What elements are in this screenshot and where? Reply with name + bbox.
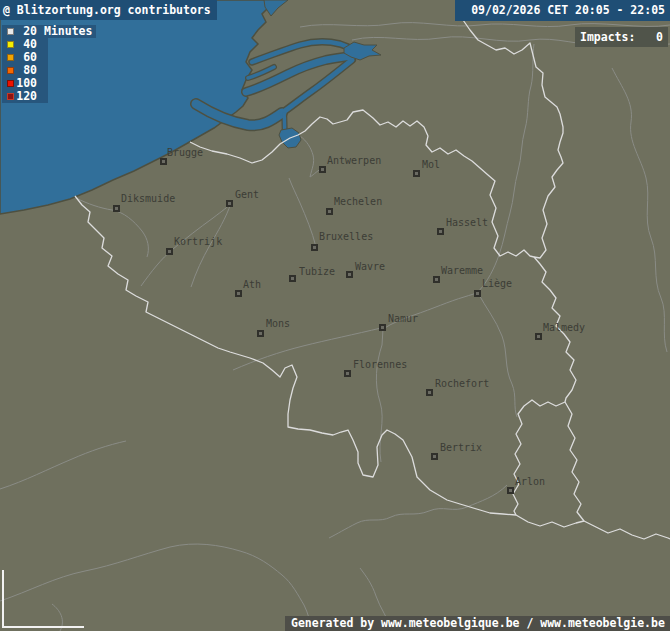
city-label: Tubize (299, 266, 335, 278)
legend-color-swatch-icon (7, 41, 14, 48)
city-label: Wavre (355, 261, 385, 273)
city-marker-icon (326, 208, 333, 215)
datetime-bar: 09/02/2026 CET 20:05 - 22:05 (455, 0, 670, 21)
legend-minutes-value: 120 (14, 90, 37, 103)
city-label: Bruxelles (319, 231, 373, 243)
city-marker-icon (226, 200, 233, 207)
legend-color-swatch-icon (7, 80, 14, 87)
legend: 20 Minutes 40 60 80 100 120 (2, 25, 96, 103)
city-label: Florennes (353, 359, 407, 371)
city-marker-icon (235, 290, 242, 297)
legend-color-swatch-icon (7, 93, 14, 100)
city-marker-icon (413, 170, 420, 177)
city-marker-icon (474, 290, 481, 297)
city-marker-icon (160, 158, 167, 165)
city-label: Hasselt (446, 217, 488, 229)
footer-text: Generated by www.meteobelgique.be / www.… (291, 616, 665, 630)
city-marker-icon (113, 205, 120, 212)
legend-color-swatch-icon (7, 67, 14, 74)
city-label: Mol (422, 159, 440, 171)
city-marker-icon (437, 228, 444, 235)
city-marker-icon (507, 487, 514, 494)
city-label: Liège (482, 278, 512, 290)
city-marker-icon (344, 370, 351, 377)
legend-color-swatch-icon (7, 28, 14, 35)
impacts-box: Impacts: 0 (575, 27, 668, 47)
city-label: Waremme (441, 265, 483, 277)
city-marker-icon (379, 324, 386, 331)
city-label: Malmedy (543, 322, 585, 334)
city-marker-icon (426, 389, 433, 396)
city-label: Mechelen (334, 196, 382, 208)
lightning-map-app: Brugge Diksmuide Gent Kortrijk Antwerpen… (0, 0, 670, 631)
city-label: Arlon (515, 476, 545, 488)
city-label: Namur (388, 313, 418, 325)
datetime-text: 09/02/2026 CET 20:05 - 22:05 (471, 3, 665, 17)
legend-unit-label: Minutes (44, 25, 92, 38)
city-label: Bertrix (440, 442, 482, 454)
impacts-value: 0 (656, 27, 663, 47)
attribution-text: @ Blitzortung.org contributors (3, 3, 211, 17)
city-label: Mons (266, 318, 290, 330)
city-label: Antwerpen (327, 155, 381, 167)
city-label: Kortrijk (174, 236, 222, 248)
impacts-label: Impacts: (580, 27, 635, 47)
legend-row: 120 (2, 90, 48, 103)
attribution-bar: @ Blitzortung.org contributors (0, 0, 217, 20)
city-marker-icon (433, 276, 440, 283)
scale-mark-vertical (2, 570, 4, 628)
footer-bar: Generated by www.meteobelgique.be / www.… (285, 616, 670, 631)
legend-row: 20 Minutes (2, 25, 96, 38)
city-layer: Brugge Diksmuide Gent Kortrijk Antwerpen… (0, 0, 670, 631)
city-marker-icon (535, 333, 542, 340)
city-label: Gent (235, 189, 259, 201)
city-marker-icon (166, 248, 173, 255)
city-label: Rochefort (435, 378, 489, 390)
city-label: Ath (243, 279, 261, 291)
city-marker-icon (311, 244, 318, 251)
scale-mark-horizontal (2, 626, 84, 628)
city-marker-icon (319, 166, 326, 173)
city-marker-icon (431, 453, 438, 460)
city-marker-icon (289, 275, 296, 282)
city-marker-icon (346, 271, 353, 278)
city-label: Diksmuide (121, 193, 175, 205)
legend-color-swatch-icon (7, 54, 14, 61)
city-marker-icon (257, 330, 264, 337)
city-label: Brugge (167, 147, 203, 159)
